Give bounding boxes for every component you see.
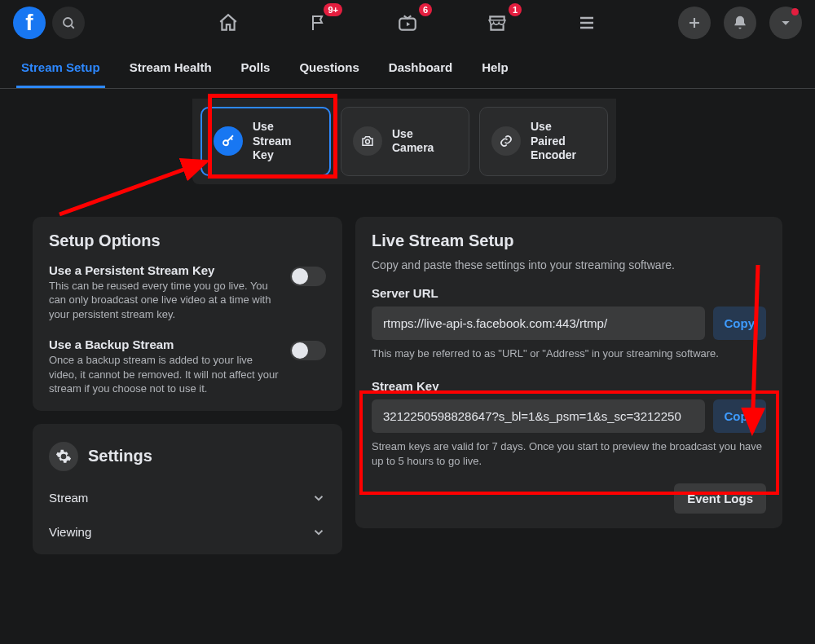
server-url-label: Server URL [372,286,766,300]
facebook-logo-letter: f [25,11,33,34]
toggle-persistent-key[interactable] [290,267,326,286]
facebook-logo[interactable]: f [13,7,46,39]
hamburger-icon [577,13,597,33]
tab-help[interactable]: Help [477,54,513,88]
flag-icon [308,13,328,33]
marketplace-badge: 1 [509,3,522,16]
method-use-camera[interactable]: Use Camera [341,107,469,176]
plus-icon [687,15,702,30]
live-title: Live Stream Setup [372,232,766,250]
option-desc: Once a backup stream is added to your li… [49,353,280,396]
tab-polls[interactable]: Polls [236,54,275,88]
setup-options-panel: Setup Options Use a Persistent Stream Ke… [33,217,342,411]
annotation-arrow-2 [738,261,770,448]
main-content: Setup Options Use a Persistent Stream Ke… [0,217,815,554]
svg-point-9 [223,141,228,146]
stream-key-label: Stream Key [372,379,766,393]
server-url-hint: This may be referred to as "URL" or "Add… [372,346,766,361]
svg-line-11 [59,161,206,214]
search-icon [61,15,76,30]
option-backup-stream: Use a Backup Stream Once a backup stream… [49,333,326,396]
tab-questions[interactable]: Questions [294,54,363,88]
nav-pages[interactable]: 9+ [302,7,334,39]
nav-watch[interactable]: 6 [391,7,424,39]
chevron-down-icon [311,491,326,505]
method-label: Use Stream Key [253,120,291,163]
annotation-arrow-1 [55,137,218,227]
camera-icon [353,126,382,156]
search-button[interactable] [52,7,85,39]
method-label: Use Camera [392,127,434,156]
watch-badge: 6 [419,3,432,16]
caret-down-icon [779,16,792,29]
notifications-button[interactable] [724,7,756,39]
toggle-backup-stream[interactable] [290,341,326,360]
nav-menu[interactable] [570,7,603,39]
option-persistent-key: Use a Persistent Stream Key This can be … [49,258,326,333]
link-icon [491,126,521,156]
settings-row-stream[interactable]: Stream [49,481,326,515]
event-logs-button[interactable]: Event Logs [674,483,766,514]
settings-row-label: Viewing [49,525,91,539]
method-use-paired-encoder[interactable]: Use Paired Encoder [479,107,608,176]
tab-stream-health[interactable]: Stream Health [125,54,217,88]
setup-options-title: Setup Options [49,232,326,250]
stream-key-hint: Stream keys are valid for 7 days. Once y… [372,439,766,469]
method-label: Use Paired Encoder [531,120,576,163]
svg-line-12 [752,265,758,432]
option-desc: This can be reused every time you go liv… [49,279,280,322]
option-title: Use a Backup Stream [49,337,280,351]
gear-icon [49,442,78,471]
stream-method-group: Use Stream Key Use Camera Use Paired Enc… [192,99,616,184]
nav-marketplace[interactable]: 1 [481,7,513,39]
tab-dashboard[interactable]: Dashboard [384,54,457,88]
settings-row-viewing[interactable]: Viewing [49,515,326,549]
method-use-stream-key[interactable]: Use Stream Key [200,107,331,176]
option-title: Use a Persistent Stream Key [49,263,280,277]
create-button[interactable] [678,7,711,39]
bell-icon [732,15,748,31]
live-sub: Copy and paste these settings into your … [372,258,766,271]
stream-key-value[interactable]: 3212250598828647?s_bl=1&s_psm=1&s_sc=321… [372,399,705,433]
pages-badge: 9+ [324,3,342,16]
nav-home[interactable] [212,7,244,39]
chevron-down-icon [311,525,326,540]
server-url-value[interactable]: rtmps://live-api-s.facebook.com:443/rtmp… [372,307,705,340]
settings-row-label: Stream [49,491,88,505]
top-bar: f 9+ 6 1 [0,0,815,46]
account-button[interactable] [769,7,802,39]
watch-icon [397,12,418,33]
svg-point-0 [64,18,73,27]
svg-point-10 [366,140,370,144]
settings-panel: Settings Stream Viewing [33,424,342,554]
right-icons [672,7,802,39]
account-notification-dot [791,8,799,15]
settings-title: Settings [88,447,152,465]
tab-stream-setup[interactable]: Stream Setup [16,54,105,88]
marketplace-icon [487,12,508,33]
home-icon [218,12,239,33]
live-stream-setup-panel: Live Stream Setup Copy and paste these s… [355,217,782,529]
svg-line-1 [71,25,73,28]
stream-subnav: Stream Setup Stream Health Polls Questio… [0,46,815,89]
